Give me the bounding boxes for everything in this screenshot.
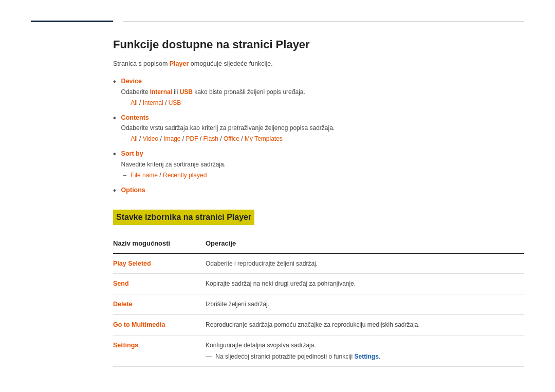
- row-op-send: Kopirajte sadržaj na neki drugi uređaj z…: [206, 274, 524, 294]
- bullet-dot: •: [113, 149, 116, 159]
- row-name-settings: Settings: [113, 335, 206, 366]
- intro-text-before: Stranica s popisom: [113, 60, 170, 67]
- intro-paragraph: Stranica s popisom Player omogućuje slje…: [113, 59, 524, 69]
- table-row: Delete Izbrišite željeni sadržaj.: [113, 294, 524, 315]
- sortby-desc: Navedite kriterij za sortiranje sadržaja…: [121, 160, 226, 169]
- main-content: Funkcije dostupne na stranici Player Str…: [113, 36, 524, 367]
- table-row: Play Seleted Odaberite i reproducirajte …: [113, 253, 524, 274]
- sortby-sub: – File name / Recently played: [123, 171, 226, 180]
- features-table: Naziv mogućnosti Operacije Play Seleted …: [113, 234, 524, 367]
- row-op-delete: Izbrišite željeni sadržaj.: [206, 294, 524, 315]
- row-op-settings: Konfigurirajte detaljna svojstva sadržaj…: [206, 335, 524, 366]
- section-title: Funkcije dostupne na stranici Player: [113, 36, 524, 53]
- page-container: Funkcije dostupne na stranici Player Str…: [0, 0, 555, 392]
- top-bar-right-line: [123, 21, 524, 22]
- col-header-name: Naziv mogućnosti: [113, 234, 206, 253]
- table-row: Go to Multimedia Reproduciranje sadržaja…: [113, 314, 524, 335]
- sortby-sub-dash: –: [123, 171, 127, 180]
- bullet-dot: •: [113, 113, 116, 123]
- device-label: Device: [121, 78, 142, 85]
- row-name-multimedia: Go to Multimedia: [113, 314, 206, 335]
- row-op-multimedia: Reproduciranje sadržaja pomoću značajke …: [206, 314, 524, 335]
- list-item-options: • Options: [113, 185, 524, 195]
- table-row: Settings Konfigurirajte detaljna svojstv…: [113, 335, 524, 366]
- col-header-operations: Operacije: [206, 234, 524, 253]
- sortby-content: Sort by Navedite kriterij za sortiranje …: [121, 148, 226, 180]
- settings-note-suffix: .: [379, 353, 380, 360]
- highlighted-title: Stavke izbornika na stranici Player: [113, 210, 254, 225]
- options-content: Options: [121, 185, 145, 195]
- list-item-sortby: • Sort by Navedite kriterij za sortiranj…: [113, 148, 524, 180]
- row-name-play: Play Seleted: [113, 253, 206, 274]
- row-name-send: Send: [113, 274, 206, 294]
- list-item-contents: • Contents Odaberite vrstu sadržaja kao …: [113, 113, 524, 144]
- settings-note-link: Settings: [354, 353, 378, 360]
- contents-label: Contents: [121, 114, 149, 121]
- row-name-delete: Delete: [113, 294, 206, 315]
- bullet-dot: •: [113, 185, 116, 195]
- contents-content: Contents Odaberite vrstu sadržaja kao kr…: [121, 113, 335, 144]
- options-label: Options: [121, 186, 145, 194]
- device-desc: Odaberite Internal ili USB kako biste pr…: [121, 87, 305, 97]
- features-list: • Device Odaberite Internal ili USB kako…: [113, 76, 524, 195]
- settings-op-text: Konfigurirajte detaljna svojstva sadržaj…: [206, 342, 316, 349]
- top-bar: [31, 21, 524, 22]
- bullet-dot: •: [113, 77, 116, 86]
- table-header-row: Naziv mogućnosti Operacije: [113, 234, 524, 253]
- device-sub-links: All / Internal / USB: [131, 98, 181, 107]
- intro-text-after: omogućuje sljedeće funkcije.: [189, 60, 272, 67]
- top-bar-left-accent: [31, 21, 113, 22]
- sortby-sub-links: File name / Recently played: [131, 171, 207, 180]
- device-content: Device Odaberite Internal ili USB kako b…: [121, 76, 305, 107]
- row-op-play: Odaberite i reproducirajte željeni sadrž…: [206, 253, 524, 274]
- list-item-device: • Device Odaberite Internal ili USB kako…: [113, 76, 524, 107]
- contents-sub: – All / Video / Image / PDF / Flash / Of…: [123, 134, 335, 143]
- contents-sub-dash: –: [123, 134, 127, 143]
- device-sub-dash: –: [123, 98, 127, 107]
- settings-note-prefix: Na sljedećoj stranici potražite pojedino…: [215, 353, 354, 360]
- sortby-label: Sort by: [121, 150, 143, 157]
- table-row: Send Kopirajte sadržaj na neki drugi ure…: [113, 274, 524, 294]
- device-sub: – All / Internal / USB: [123, 98, 305, 107]
- contents-sub-links: All / Video / Image / PDF / Flash / Offi…: [131, 134, 283, 143]
- intro-highlight: Player: [170, 60, 189, 67]
- settings-note: Na sljedećoj stranici potražite pojedino…: [206, 352, 518, 361]
- contents-desc: Odaberite vrstu sadržaja kao kriterij za…: [121, 123, 335, 133]
